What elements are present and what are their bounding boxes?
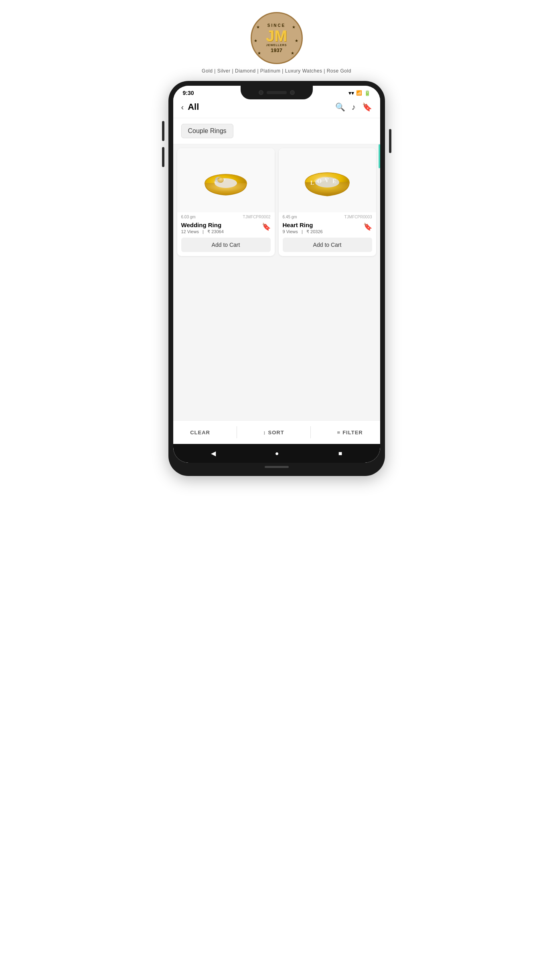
nav-home-button[interactable]: ● — [275, 450, 279, 457]
couple-rings-filter-tag[interactable]: Couple Rings — [181, 124, 233, 138]
back-button[interactable]: ‹ — [181, 103, 184, 112]
product-code-wedding: TJMFCPR0002 — [243, 215, 271, 219]
status-time: 9:30 — [183, 90, 194, 96]
phone-bottom-bar — [173, 463, 380, 471]
product-weight-heart: 6.45 gm — [283, 215, 297, 219]
nav-back-button[interactable]: ◀ — [211, 450, 216, 457]
svg-text:★: ★ — [256, 25, 260, 29]
divider-1 — [237, 426, 237, 438]
power-button — [389, 129, 391, 153]
bookmark-heart-icon[interactable]: 🔖 — [363, 222, 372, 231]
svg-text:E: E — [332, 178, 336, 184]
status-bar: 9:30 ▾▾ 📶 🔋 — [173, 86, 380, 96]
camera-dot-2 — [290, 90, 295, 95]
filter-icon: ≡ — [337, 430, 341, 436]
camera-dot — [259, 90, 263, 95]
tagline-text: Gold | Silver | Diamond | Platinum | Lux… — [202, 68, 351, 74]
product-details-wedding: Wedding Ring 12 Views | ₹ 23064 — [181, 222, 224, 234]
product-info-heart: Heart Ring 9 Views | ₹ 20326 🔖 — [279, 220, 376, 238]
filter-tag-area: Couple Rings — [173, 118, 380, 144]
product-meta-wedding: 6.03 gm TJMFCPR0002 — [177, 212, 275, 220]
svg-text:★: ★ — [294, 38, 298, 43]
svg-text:★: ★ — [253, 38, 257, 43]
empty-content-area — [173, 260, 380, 420]
filter-button[interactable]: ≡ FILTER — [337, 430, 363, 436]
svg-text:★: ★ — [292, 25, 296, 29]
product-code-heart: TJMFCPR0003 — [344, 215, 372, 219]
search-icon[interactable]: 🔍 — [335, 102, 345, 112]
header-left: ‹ All — [181, 102, 199, 112]
phone-frame: 9:30 ▾▾ 📶 🔋 ‹ All 🔍 ♪ 🔖 — [168, 81, 385, 476]
product-weight-wedding: 6.03 gm — [181, 215, 196, 219]
product-name-wedding: Wedding Ring — [181, 222, 224, 228]
product-card-wedding-ring: 6.03 gm TJMFCPR0002 Wedding Ring 12 View… — [177, 148, 275, 256]
android-nav-bar: ◀ ● ■ — [173, 444, 380, 463]
phone-screen: 9:30 ▾▾ 📶 🔋 ‹ All 🔍 ♪ 🔖 — [173, 86, 380, 463]
wifi-icon: ▾▾ — [348, 90, 354, 96]
speaker-bar — [267, 91, 287, 94]
product-views-price-wedding: 12 Views | ₹ 23064 — [181, 229, 224, 234]
bottom-action-bar: CLEAR ↕ SORT ≡ FILTER — [173, 420, 380, 444]
volume-down-button — [162, 147, 164, 167]
product-views-price-heart: 9 Views | ₹ 20326 — [283, 229, 323, 234]
svg-text:★: ★ — [257, 51, 261, 55]
app-header: ‹ All 🔍 ♪ 🔖 — [173, 96, 380, 118]
page-title: All — [188, 102, 199, 112]
scroll-indicator — [379, 144, 380, 168]
notch — [241, 86, 313, 99]
volume-up-button — [162, 121, 164, 141]
bottom-indicator — [265, 466, 289, 468]
divider-2 — [310, 426, 311, 438]
signal-icon: 📶 — [356, 90, 362, 96]
battery-icon: 🔋 — [364, 90, 371, 96]
product-info-wedding: Wedding Ring 12 Views | ₹ 23064 🔖 — [177, 220, 275, 238]
clear-button[interactable]: CLEAR — [190, 430, 210, 436]
sort-button[interactable]: ↕ SORT — [263, 430, 284, 436]
sort-icon: ↕ — [263, 430, 266, 436]
product-grid: 6.03 gm TJMFCPR0002 Wedding Ring 12 View… — [173, 144, 380, 260]
bookmark-wedding-icon[interactable]: 🔖 — [262, 222, 271, 231]
add-to-cart-heart-button[interactable]: Add to Cart — [283, 238, 372, 252]
product-meta-heart: 6.45 gm TJMFCPR0003 — [279, 212, 376, 220]
svg-text:★: ★ — [291, 51, 294, 55]
svg-text:L: L — [310, 180, 314, 186]
header-right: 🔍 ♪ 🔖 — [335, 102, 372, 112]
add-to-cart-wedding-button[interactable]: Add to Cart — [181, 238, 271, 252]
logo-section: ★ ★ ★ ★ ★ ★ SINCE JM JEWELLERS 1937 Gold… — [202, 12, 351, 74]
bookmark-nav-icon[interactable]: 🔖 — [362, 102, 372, 112]
product-image-wedding-ring[interactable] — [177, 148, 275, 212]
product-details-heart: Heart Ring 9 Views | ₹ 20326 — [283, 222, 323, 234]
status-icons: ▾▾ 📶 🔋 — [348, 90, 371, 96]
music-icon[interactable]: ♪ — [352, 103, 356, 112]
product-card-heart-ring: L O V E 6.45 gm TJMFCPR0003 Heart Ring — [279, 148, 376, 256]
product-name-heart: Heart Ring — [283, 222, 323, 228]
logo-circle: ★ ★ ★ ★ ★ ★ SINCE JM JEWELLERS 1937 — [251, 12, 303, 64]
nav-recent-button[interactable]: ■ — [338, 450, 342, 457]
product-image-heart-ring[interactable]: L O V E — [279, 148, 376, 212]
